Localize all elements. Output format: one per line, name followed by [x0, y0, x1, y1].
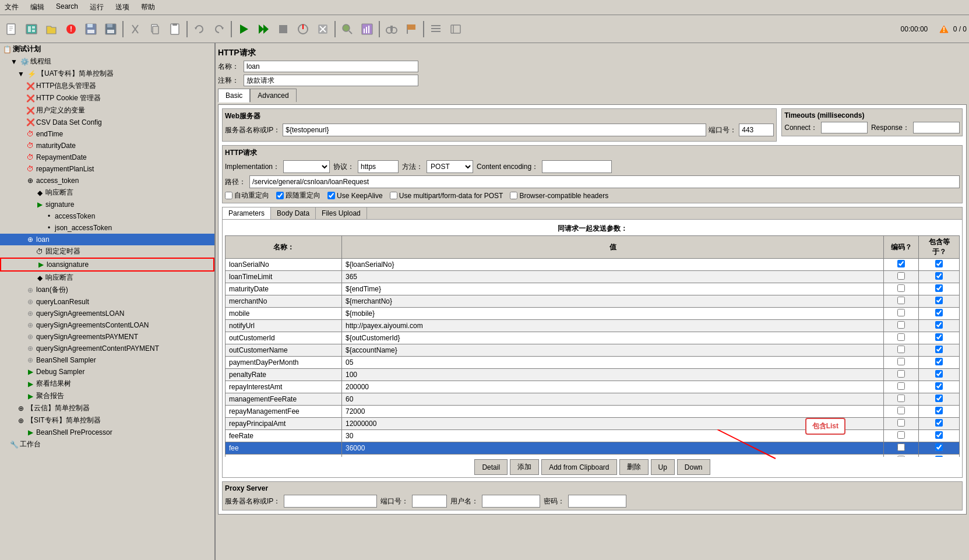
tree-item-workbench[interactable]: 🔧 工作台 [0, 438, 214, 450]
param-include-cell[interactable] [919, 442, 960, 455]
toolbar-search-btn[interactable] [338, 20, 357, 38]
tree-item-access-token[interactable]: ⊕ access_token [0, 175, 214, 186]
toolbar-open-btn[interactable] [42, 20, 61, 38]
tree-item-repaymentplanlist[interactable]: ⏱ repaymentPlanList [0, 163, 214, 175]
comment-input[interactable] [244, 75, 418, 86]
cb-keepalive[interactable] [327, 192, 335, 199]
tree-item-assert2[interactable]: ◆ 响应断言 [0, 272, 214, 284]
tree-item-http-cookie[interactable]: ❌ HTTP Cookie 管理器 [0, 92, 214, 104]
encoding-input[interactable] [542, 160, 612, 173]
tree-item-loan-backup[interactable]: ⊕ loan(备份) [0, 284, 214, 296]
toolbar-flag-btn[interactable] [402, 20, 421, 38]
toolbar-settings-btn[interactable] [446, 20, 465, 38]
proxy-username-input[interactable] [482, 495, 540, 508]
table-row[interactable]: notifyUrlhttp://payex.aiyoumi.com [225, 320, 960, 332]
impl-select[interactable] [283, 160, 330, 173]
menu-edit[interactable]: 编辑 [28, 1, 47, 13]
tab-files-upload[interactable]: Files Upload [316, 207, 367, 219]
toolbar-start-btn[interactable] [254, 20, 273, 38]
toolbar-copy-btn[interactable] [146, 20, 164, 38]
table-row[interactable]: repayInterestAmt200000 [225, 381, 960, 393]
table-row[interactable]: outCustomerId${outCustomerId} [225, 332, 960, 344]
tree-item-debug[interactable]: ▶ Debug Sampler [0, 366, 214, 378]
param-encode-cell[interactable] [884, 357, 919, 369]
param-encode-cell[interactable] [884, 442, 919, 455]
tree-item-repaymentdate[interactable]: ⏱ RepaymentDate [0, 152, 214, 163]
server-input[interactable] [283, 124, 706, 136]
cb-followredirect[interactable] [276, 192, 284, 199]
tab-parameters[interactable]: Parameters [223, 207, 271, 219]
toolbar-paste-btn[interactable] [165, 20, 184, 38]
toolbar-undo-btn[interactable] [190, 20, 209, 38]
param-encode-cell[interactable] [884, 455, 919, 457]
param-include-cell[interactable] [919, 308, 960, 320]
toolbar-run-btn[interactable] [234, 20, 253, 38]
toolbar-clear-btn[interactable] [313, 20, 332, 38]
tab-body-data[interactable]: Body Data [271, 207, 316, 219]
down-button[interactable]: Down [677, 459, 710, 475]
name-input[interactable] [244, 61, 418, 72]
toolbar-list-btn[interactable] [427, 20, 445, 38]
tree-item-fixed-timer[interactable]: ⏱ 固定定时器 [0, 245, 214, 258]
param-include-cell[interactable] [919, 259, 960, 271]
param-include-cell[interactable] [919, 283, 960, 295]
table-row[interactable]: penaltyRate100 [225, 369, 960, 381]
tree-item-query-sign-content-loan[interactable]: ⊕ querySignAgreementsContentLOAN [0, 319, 214, 331]
param-include-cell[interactable] [919, 455, 960, 457]
port-input[interactable] [739, 124, 774, 136]
param-include-cell[interactable] [919, 393, 960, 406]
toolbar-report-btn[interactable] [358, 20, 376, 38]
param-encode-cell[interactable] [884, 259, 919, 271]
table-row[interactable]: paymentDayPerMonth05 [225, 357, 960, 369]
cb-compat[interactable] [510, 192, 517, 199]
tree-item-signature-parent[interactable]: ▶ signature [0, 199, 214, 210]
toolbar-binoculars-btn[interactable] [382, 20, 401, 38]
param-include-cell[interactable] [919, 295, 960, 308]
param-encode-cell[interactable] [884, 381, 919, 393]
tree-item-http-header[interactable]: ❌ HTTP信息头管理器 [0, 80, 214, 92]
table-row[interactable]: merchantNo${merchantNo} [225, 295, 960, 308]
table-row[interactable]: serviceFeeRate30 [225, 455, 960, 457]
table-row[interactable]: managementFeeRate60 [225, 393, 960, 406]
param-encode-cell[interactable] [884, 320, 919, 332]
tree-item-maturitydate[interactable]: ⏱ maturityDate [0, 140, 214, 152]
tree-item-loan[interactable]: ⊕ loan [0, 234, 214, 245]
tree-item-query-loan[interactable]: ⊕ queryLoanResult [0, 296, 214, 308]
param-encode-cell[interactable] [884, 283, 919, 295]
tree-item-query-sign-payment[interactable]: ⊕ querySignAgreementsPAYMENT [0, 331, 214, 343]
up-button[interactable]: Up [651, 459, 675, 475]
param-encode-cell[interactable] [884, 344, 919, 357]
tree-item-sit[interactable]: ⊕ 【SIT专科】简单控制器 [0, 414, 214, 427]
toolbar-cut-btn[interactable] [126, 20, 145, 38]
menu-help[interactable]: 帮助 [139, 1, 157, 13]
tree-item-uat[interactable]: ▼ ⚡ 【UAT专科】简单控制器 [0, 68, 214, 80]
menu-run[interactable]: 运行 [87, 1, 106, 13]
tree-item-results[interactable]: ▶ 察看结果树 [0, 378, 214, 390]
response-input[interactable] [913, 122, 960, 133]
tree-item-beanshell[interactable]: ⊕ BeanShell Sampler [0, 354, 214, 366]
add-button[interactable]: 添加 [510, 459, 539, 475]
table-row[interactable]: feeRate30 [225, 430, 960, 442]
tree-item-accesstoken-child[interactable]: • accessToken [0, 210, 214, 222]
tree-item-loansignature[interactable]: ▶ loansignature [0, 258, 214, 272]
tree-item-threadgroup[interactable]: ▼ ⚙️ 线程组 [0, 55, 214, 68]
connect-input[interactable] [821, 122, 868, 133]
path-input[interactable] [249, 175, 960, 188]
param-include-cell[interactable] [919, 332, 960, 344]
toolbar-templates-btn[interactable] [22, 20, 41, 38]
menu-file[interactable]: 文件 [2, 1, 21, 13]
table-row[interactable]: outCustomerName${accountName} [225, 344, 960, 357]
param-include-cell[interactable] [919, 320, 960, 332]
table-row[interactable]: repayPrincipalAmt12000000 [225, 418, 960, 430]
toolbar-stop-btn[interactable] [274, 20, 293, 38]
protocol-input[interactable] [358, 160, 399, 173]
param-include-cell[interactable] [919, 344, 960, 357]
tree-item-beanshell-pre[interactable]: ▶ BeanShell PreProcessor [0, 427, 214, 438]
cb-autoredirect[interactable] [225, 192, 232, 199]
detail-button[interactable]: Detail [474, 459, 508, 475]
param-encode-cell[interactable] [884, 418, 919, 430]
param-include-cell[interactable] [919, 369, 960, 381]
proxy-password-input[interactable] [568, 495, 626, 508]
table-row[interactable]: loanTimeLimit365 [225, 271, 960, 283]
proxy-server-input[interactable] [284, 495, 377, 508]
